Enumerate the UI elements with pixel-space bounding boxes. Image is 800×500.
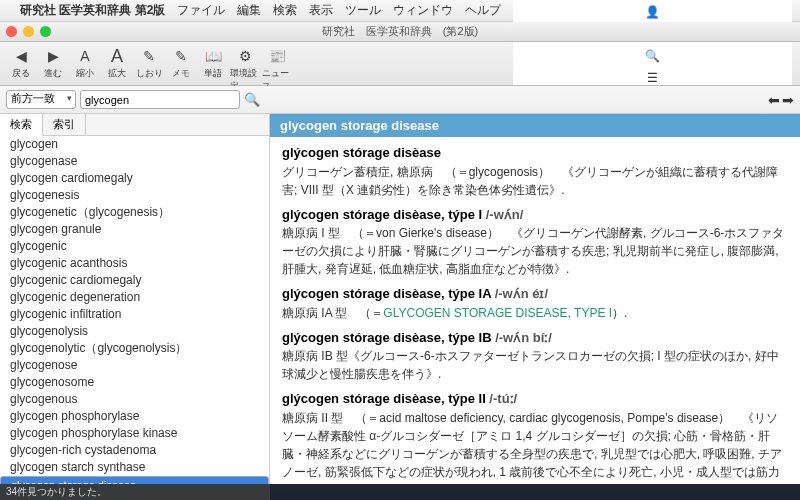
tab-search[interactable]: 検索 — [0, 114, 43, 136]
menu-search[interactable]: 検索 — [273, 2, 297, 19]
list-item[interactable]: glycogenic infiltration — [0, 306, 269, 323]
headword: glýcogen stórage disèase, týpe II /-túː/ — [282, 389, 788, 409]
user-icon[interactable]: 👤 — [645, 5, 660, 19]
list-item[interactable]: glycogenic acanthosis — [0, 255, 269, 272]
article-pane: glycogen storage disease glýcogen stórag… — [270, 114, 800, 484]
menu-view[interactable]: 表示 — [309, 2, 333, 19]
definition: 糖原病 II 型 （＝acid maltose deficiency, card… — [282, 409, 788, 485]
toolbar-縮小[interactable]: A縮小 — [70, 46, 100, 80]
pronunciation: /-wʌ́n/ — [486, 207, 524, 222]
menu-edit[interactable]: 編集 — [237, 2, 261, 19]
list-item[interactable]: glycogen starch synthase — [0, 459, 269, 476]
list-item[interactable]: glycogenic degeneration — [0, 289, 269, 306]
definition: グリコーゲン蓄積症, 糖原病 （＝glycogenosis） 《グリコーゲンが組… — [282, 163, 788, 199]
result-list[interactable]: glycogenglycogenaseglycogen cardiomegaly… — [0, 136, 269, 484]
toolbar-単語[interactable]: 📖単語 — [198, 46, 228, 80]
dictionary-entry: glýcogen stórage disèase, týpe IB /-wʌ́n… — [282, 328, 788, 384]
close-button[interactable] — [6, 26, 17, 37]
headword: glýcogen stórage disèase, týpe IA /-wʌ́n… — [282, 284, 788, 304]
window-controls — [6, 26, 51, 37]
list-item[interactable]: glycogen storage disease — [0, 476, 269, 484]
tab-index[interactable]: 索引 — [43, 114, 86, 135]
dictionary-entry: glýcogen stórage disèaseグリコーゲン蓄積症, 糖原病 （… — [282, 143, 788, 199]
list-item[interactable]: glycogen-rich cystadenoma — [0, 442, 269, 459]
toolbar-しおり[interactable]: ✎しおり — [134, 46, 164, 80]
menu-tool[interactable]: ツール — [345, 2, 381, 19]
sidebar-tabs: 検索 索引 — [0, 114, 269, 136]
status-bar: 34件見つかりました。 — [0, 484, 270, 500]
list-item[interactable]: glycogenic — [0, 238, 269, 255]
toolbar-メモ[interactable]: ✎メモ — [166, 46, 196, 80]
headword: glýcogen stórage disèase, týpe I /-wʌ́n/ — [282, 205, 788, 225]
menu-extras-icon[interactable]: ☰ — [647, 71, 658, 85]
definition: 糖原病 IA 型 （＝GLYCOGEN STORAGE DISEASE, TYP… — [282, 304, 788, 322]
toolbar-拡大[interactable]: A拡大 — [102, 46, 132, 80]
list-item[interactable]: glycogenetic（glycogenesis） — [0, 204, 269, 221]
zoom-button[interactable] — [40, 26, 51, 37]
minimize-button[interactable] — [23, 26, 34, 37]
list-item[interactable]: glycogen granule — [0, 221, 269, 238]
headword: glýcogen stórage disèase, týpe IB /-wʌ́n… — [282, 328, 788, 348]
article-heading: glycogen storage disease — [270, 114, 800, 137]
prev-result-button[interactable]: ⬅ — [768, 92, 780, 108]
definition: 糖原病 IB 型《グルコース-6-ホスファターゼトランスロカーゼの欠損; I 型… — [282, 347, 788, 383]
list-item[interactable]: glycogenic cardiomegaly — [0, 272, 269, 289]
definition: 糖原病 I 型 （＝von Gierke's disease） 《グリコーゲン代… — [282, 224, 788, 278]
app-name[interactable]: 研究社 医学英和辞典 第2版 — [20, 2, 165, 19]
list-item[interactable]: glycogenesis — [0, 187, 269, 204]
toolbar-進む[interactable]: ▶進む — [38, 46, 68, 80]
list-item[interactable]: glycogen phosphorylase — [0, 408, 269, 425]
headword: glýcogen stórage disèase — [282, 143, 788, 163]
pronunciation: /-túː/ — [489, 391, 517, 406]
search-input[interactable] — [80, 90, 240, 109]
match-mode-select[interactable]: 前方一致 — [6, 90, 76, 109]
list-item[interactable]: glycogen phosphorylase kinase — [0, 425, 269, 442]
list-item[interactable]: glycogenolytic（glycogenolysis） — [0, 340, 269, 357]
dictionary-entry: glýcogen stórage disèase, týpe I /-wʌ́n/… — [282, 205, 788, 279]
next-result-button[interactable]: ➡ — [782, 92, 794, 108]
dictionary-entry: glýcogen stórage disèase, týpe II /-túː/… — [282, 389, 788, 484]
sidebar: 検索 索引 glycogenglycogenaseglycogen cardio… — [0, 114, 270, 484]
article-content[interactable]: glýcogen stórage disèaseグリコーゲン蓄積症, 糖原病 （… — [270, 137, 800, 484]
menu-window[interactable]: ウィンドウ — [393, 2, 453, 19]
search-icon[interactable]: 🔍 — [244, 92, 260, 107]
list-item[interactable]: glycogenase — [0, 153, 269, 170]
list-item[interactable]: glycogenolysis — [0, 323, 269, 340]
list-item[interactable]: glycogenose — [0, 357, 269, 374]
list-item[interactable]: glycogenous — [0, 391, 269, 408]
dictionary-entry: glýcogen stórage disèase, týpe IA /-wʌ́n… — [282, 284, 788, 322]
cross-ref-link[interactable]: GLYCOGEN STORAGE DISEASE, TYPE I — [383, 306, 612, 320]
pronunciation: /-wʌ́n éɪ/ — [495, 286, 548, 301]
menu-file[interactable]: ファイル — [177, 2, 225, 19]
toolbar-戻る[interactable]: ◀戻る — [6, 46, 36, 80]
list-item[interactable]: glycogenosome — [0, 374, 269, 391]
pronunciation: /-wʌ́n bíː/ — [495, 330, 552, 345]
spotlight-icon[interactable]: 🔍 — [645, 49, 660, 63]
list-item[interactable]: glycogen — [0, 136, 269, 153]
window-titlebar: 研究社 医学英和辞典 (第2版) — [0, 22, 800, 42]
menu-help[interactable]: ヘルプ — [465, 2, 501, 19]
macos-menubar: 研究社 医学英和辞典 第2版 ファイル 編集 検索 表示 ツール ウィンドウ ヘ… — [0, 0, 800, 22]
search-row: 前方一致 🔍 ⬅ ➡ — [0, 86, 800, 114]
window-title: 研究社 医学英和辞典 (第2版) — [322, 24, 478, 39]
list-item[interactable]: glycogen cardiomegaly — [0, 170, 269, 187]
